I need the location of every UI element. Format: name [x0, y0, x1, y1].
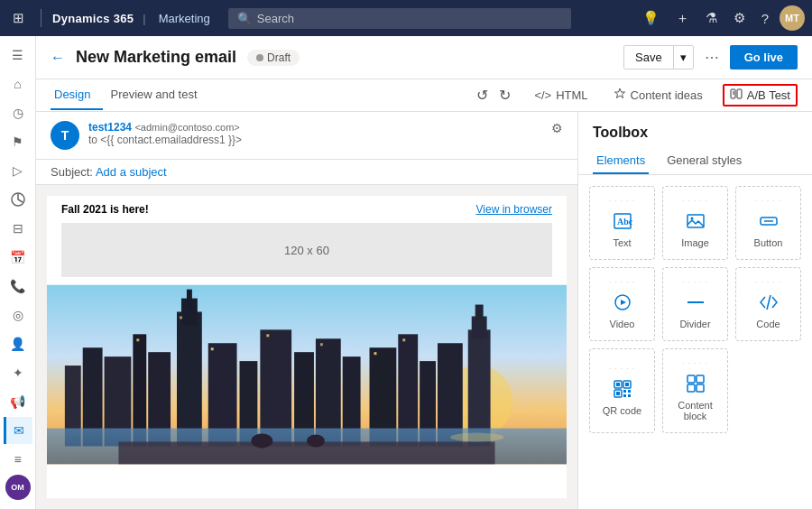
toolbox-item-content-block[interactable]: · · · · · Content block — [662, 348, 728, 433]
go-live-button[interactable]: Go live — [730, 45, 798, 69]
sidebar-list-icon[interactable]: ≡ — [4, 446, 32, 473]
sidebar-user-avatar[interactable]: OM — [5, 475, 31, 500]
toolbox-tab-elements[interactable]: Elements — [593, 148, 649, 174]
ab-test-label: A/B Test — [747, 88, 790, 102]
qrcode-icon — [612, 378, 633, 400]
sidebar-user-icon[interactable]: 👤 — [4, 330, 32, 357]
svg-rect-55 — [616, 392, 620, 395]
toolbox-text-label: Text — [613, 237, 631, 248]
tab-preview-and-test[interactable]: Preview and test — [106, 80, 209, 110]
toolbox-panel: Toolbox Elements General styles · · · · … — [577, 112, 812, 509]
toolbox-item-button[interactable]: · · · · · Button — [735, 186, 801, 260]
svg-point-30 — [251, 434, 272, 449]
user-avatar[interactable]: MT — [780, 5, 805, 31]
svg-rect-53 — [625, 383, 629, 386]
ab-test-button[interactable]: A/B Test — [723, 84, 798, 106]
content-block-icon — [685, 373, 706, 394]
status-badge: Draft — [247, 50, 300, 66]
lightbulb-icon[interactable]: 💡 — [637, 6, 665, 30]
sidebar-home-icon[interactable]: ⌂ — [4, 70, 32, 97]
toolbox-qrcode-label: QR code — [603, 405, 641, 416]
logo-placeholder: 120 x 60 — [61, 223, 552, 277]
search-bar[interactable]: 🔍 — [228, 8, 571, 29]
email-settings-icon[interactable]: ⚙ — [551, 121, 563, 135]
email-subject: Subject: Add a subject — [36, 160, 577, 185]
logo-size-label: 120 x 60 — [284, 244, 329, 257]
sidebar-menu-icon[interactable]: ☰ — [4, 42, 32, 69]
sidebar-contact-icon[interactable]: ◎ — [4, 301, 32, 329]
nav-divider — [41, 9, 42, 27]
sidebar-recent-icon[interactable]: ◷ — [4, 99, 32, 126]
sender-email: <admin@contoso.com> — [134, 122, 239, 133]
sender-avatar: T — [51, 121, 79, 150]
add-icon[interactable]: ＋ — [670, 6, 695, 31]
toolbox-item-text[interactable]: · · · · · Abc Text — [589, 186, 655, 260]
svg-rect-39 — [402, 338, 405, 341]
main-layout: ☰ ⌂ ◷ ⚑ ▷ ⊟ 📅 📞 ◎ 👤 ✦ 📢 ✉ ≡ OM ← New Mar… — [0, 36, 812, 509]
video-icon — [612, 292, 633, 313]
save-main-button[interactable]: Save — [624, 46, 674, 69]
save-dropdown-button[interactable]: ▾ — [674, 46, 693, 69]
toolbox-item-qrcode[interactable]: · · · · · QR — [589, 348, 655, 433]
redo-button[interactable]: ↻ — [495, 85, 514, 106]
city-skyline-image — [47, 284, 567, 465]
email-banner-top: Fall 2021 is here! View in browser — [47, 196, 567, 223]
svg-rect-63 — [697, 384, 704, 392]
email-from-line: test1234 <admin@contoso.com> — [88, 121, 542, 134]
email-body-wrapper: T test1234 <admin@contoso.com> to <{{ co… — [36, 112, 812, 509]
brand-name: Dynamics 365 — [52, 12, 134, 25]
code-icon — [758, 292, 780, 313]
header-actions: Save ▾ ⋯ Go live — [623, 45, 798, 69]
module-name: Marketing — [159, 12, 210, 25]
undo-redo-group: ↺ ↻ — [473, 85, 514, 106]
sidebar-grid-icon[interactable]: ⊟ — [4, 215, 32, 242]
view-browser-link[interactable]: View in browser — [476, 203, 552, 216]
toolbox-tab-general-styles[interactable]: General styles — [663, 148, 745, 174]
settings-icon[interactable]: ⚙ — [728, 6, 751, 30]
svg-rect-60 — [687, 375, 695, 383]
grid-menu-icon[interactable]: ⊞ — [7, 6, 30, 30]
sidebar-pin-icon[interactable]: ⚑ — [4, 128, 32, 155]
ab-test-icon — [730, 88, 743, 103]
sidebar-segment-icon[interactable] — [4, 186, 32, 213]
tab-design[interactable]: Design — [51, 80, 103, 110]
svg-rect-62 — [687, 384, 695, 392]
toolbox-item-code[interactable]: · · · · · Code — [735, 267, 801, 341]
more-options-button[interactable]: ⋯ — [701, 45, 723, 69]
help-icon[interactable]: ? — [756, 7, 774, 30]
toolbox-button-label: Button — [754, 237, 783, 248]
toolbox-grid: · · · · · Abc Text · · · · · — [578, 175, 812, 444]
svg-rect-57 — [628, 390, 631, 393]
subject-value[interactable]: Add a subject — [96, 165, 167, 179]
sidebar-phone-icon[interactable]: 📞 — [4, 273, 32, 300]
sidebar-calendar-icon[interactable]: 📅 — [4, 244, 32, 271]
toolbox-item-image[interactable]: · · · · · Image — [662, 186, 728, 260]
sidebar-star-icon[interactable]: ✦ — [4, 359, 32, 386]
banner-text: Fall 2021 is here! — [61, 203, 149, 216]
svg-rect-33 — [136, 338, 139, 341]
svg-point-32 — [450, 433, 504, 442]
svg-rect-51 — [616, 383, 620, 386]
save-button-group: Save ▾ — [623, 45, 694, 69]
sidebar-play-icon[interactable]: ▷ — [4, 157, 32, 184]
content-ideas-button[interactable]: Content ideas — [608, 84, 708, 106]
svg-rect-59 — [628, 394, 631, 397]
svg-rect-34 — [180, 316, 182, 319]
svg-rect-61 — [697, 375, 704, 383]
toolbox-item-video[interactable]: · · · · · Video — [589, 267, 655, 341]
sidebar-megaphone-icon[interactable]: 📢 — [4, 388, 32, 415]
content-ideas-icon — [614, 88, 626, 103]
sidebar-email-icon[interactable]: ✉ — [4, 417, 32, 444]
html-button[interactable]: </> HTML — [529, 85, 593, 106]
tabs-bar: Design Preview and test ↺ ↻ </> HTML Con… — [36, 79, 812, 112]
email-canvas: Fall 2021 is here! View in browser 120 x… — [47, 196, 567, 498]
svg-rect-42 — [687, 215, 704, 227]
back-button[interactable]: ← — [51, 50, 65, 66]
filter-icon[interactable]: ⚗ — [700, 6, 723, 30]
svg-rect-38 — [374, 352, 376, 355]
svg-point-43 — [690, 217, 693, 220]
toolbox-item-divider[interactable]: · · · · · Divider — [662, 267, 728, 341]
status-label: Draft — [267, 51, 291, 64]
undo-button[interactable]: ↺ — [473, 85, 492, 106]
search-input[interactable] — [257, 12, 562, 25]
